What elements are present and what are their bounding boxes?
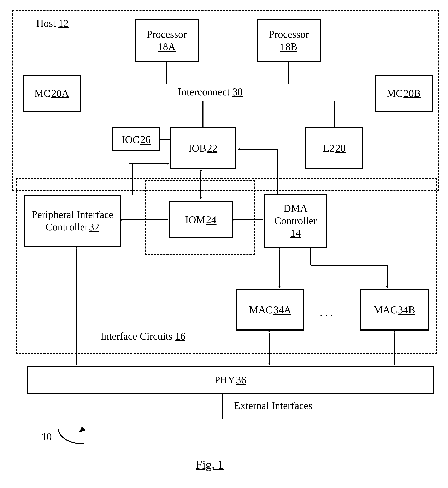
dma-controller: DMA Controller 14 bbox=[264, 194, 327, 248]
processor-a: Processor 18A bbox=[135, 19, 199, 62]
ioc: IOC 26 bbox=[112, 127, 160, 151]
mac-ellipsis: . . . bbox=[320, 307, 333, 318]
system-ref-arrow-curve bbox=[58, 429, 84, 445]
diagram-canvas: Host 12 Processor 18A Processor 18B MC 2… bbox=[0, 0, 448, 488]
interface-circuits-label: Interface Circuits 16 bbox=[100, 331, 185, 342]
processor-b: Processor 18B bbox=[257, 19, 321, 62]
mac-b: MAC 34B bbox=[360, 289, 429, 331]
mc-b: MC 20B bbox=[375, 74, 433, 112]
interconnect-label: Interconnect 30 bbox=[178, 86, 243, 98]
external-interfaces-label: External Interfaces bbox=[234, 400, 312, 411]
figure-caption: Fig. 1 bbox=[196, 458, 224, 471]
iom: IOM 24 bbox=[169, 201, 233, 238]
l2-cache: L2 28 bbox=[305, 127, 363, 169]
system-ref: 10 bbox=[41, 431, 52, 442]
iob: IOB 22 bbox=[170, 127, 236, 169]
mc-a: MC 20A bbox=[23, 74, 81, 112]
mac-a: MAC 34A bbox=[236, 289, 304, 331]
host-label: Host 12 bbox=[36, 18, 69, 29]
phy: PHY 36 bbox=[27, 366, 434, 394]
